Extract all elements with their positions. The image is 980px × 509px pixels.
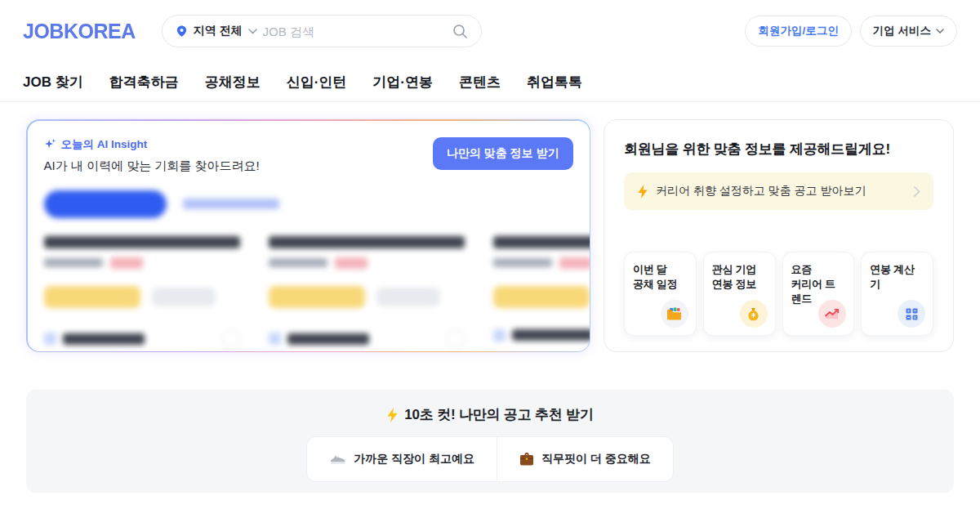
ai-badge-label: 오늘의 AI Insight — [61, 137, 148, 152]
job-card-skeleton[interactable] — [269, 236, 477, 349]
business-service-button[interactable]: 기업 서비스 — [860, 16, 957, 47]
option-label: 가까운 직장이 최고예요 — [354, 452, 474, 467]
search-icon[interactable] — [452, 24, 468, 39]
calculator-icon — [898, 300, 925, 328]
topbar-actions: 회원가입/로그인 기업 서비스 — [745, 16, 957, 47]
location-pin-icon — [176, 25, 188, 38]
ai-tab-inactive-blurred[interactable] — [183, 199, 279, 209]
ai-tab-active-blurred[interactable] — [44, 190, 167, 218]
sneaker-icon — [329, 453, 346, 465]
business-service-label: 기업 서비스 — [873, 24, 931, 38]
lightning-icon — [386, 408, 399, 422]
signup-login-button[interactable]: 회원가입/로그인 — [745, 16, 851, 47]
job-tag-blurred — [110, 257, 143, 269]
recommendation-title-text: 10초 컷! 나만의 공고 추천 받기 — [404, 405, 593, 424]
recommendation-title: 10초 컷! 나만의 공고 추천 받기 — [26, 405, 954, 424]
shortcut-cards: 이번 달공채 일정 관심 기업연봉 정보 요즘커리어 트렌드 연봉 계산기 — [624, 252, 933, 336]
main-nav: JOB 찾기 합격축하금 공채정보 신입·인턴 기업·연봉 콘텐츠 취업톡톡 — [0, 62, 980, 102]
shortcut-career-trends[interactable]: 요즘커리어 트렌드 — [782, 252, 855, 336]
job-title-blurred — [44, 236, 240, 248]
job-company-blurred — [493, 258, 552, 267]
job-logo-blurred — [44, 333, 56, 345]
job-company-blurred — [269, 258, 327, 267]
job-logo-blurred — [269, 333, 281, 345]
chevron-down-icon — [936, 29, 944, 33]
option-job-fit-button[interactable]: 직무핏이 더 중요해요 — [497, 437, 673, 481]
ai-tabs-blurred[interactable] — [44, 190, 573, 218]
search-input[interactable] — [263, 25, 447, 38]
nav-entry-intern[interactable]: 신입·인턴 — [287, 73, 347, 92]
nav-open-recruitment[interactable]: 공채정보 — [205, 73, 261, 92]
job-badge-yellow-blurred — [269, 286, 365, 308]
recommendation-section: 10초 컷! 나만의 공고 추천 받기 가까운 직장이 최고예요 직무핏이 더 … — [26, 390, 954, 493]
nav-job-talk[interactable]: 취업톡톡 — [527, 73, 582, 92]
shortcut-salary-calculator[interactable]: 연봉 계산기 — [861, 252, 933, 336]
shortcut-label: 이번 달 — [633, 263, 666, 275]
nav-congrats-money[interactable]: 합격축하금 — [109, 73, 179, 92]
job-meta-blurred — [63, 333, 145, 345]
option-near-workplace-button[interactable]: 가까운 직장이 최고예요 — [307, 437, 497, 481]
ai-insight-card: 오늘의 AI Insight AI가 내 이력에 맞는 기회를 찾아드려요! 나… — [26, 119, 590, 352]
shortcut-label: 관심 기업 — [712, 263, 756, 275]
job-meta-blurred — [287, 333, 369, 345]
personalized-info-button[interactable]: 나만의 맞춤 정보 받기 — [433, 137, 573, 170]
shortcut-label: 공채 일정 — [633, 278, 677, 290]
folder-icon — [661, 300, 688, 328]
jobkorea-logo[interactable]: JOBKOREA — [23, 19, 136, 43]
briefcase-icon — [519, 453, 534, 466]
job-tag-blurred — [335, 257, 368, 269]
member-card-title: 회원님을 위한 맞춤 정보를 제공해드릴게요! — [624, 140, 933, 159]
chevron-right-icon — [914, 186, 920, 197]
money-bag-icon — [740, 300, 768, 328]
nav-job-search[interactable]: JOB 찾기 — [23, 73, 83, 92]
job-card-skeleton[interactable] — [493, 236, 590, 349]
shortcut-label: 연봉 정보 — [712, 278, 756, 290]
banner-label: 커리어 취향 설정하고 맞춤 공고 받아보기 — [656, 184, 866, 199]
career-preference-banner[interactable]: 커리어 취향 설정하고 맞춤 공고 받아보기 — [624, 172, 933, 210]
nav-company-salary[interactable]: 기업·연봉 — [372, 73, 433, 92]
search-bar[interactable]: 지역 전체 — [162, 15, 482, 47]
shortcut-label: 연봉 계산기 — [870, 263, 914, 290]
job-card-skeleton[interactable] — [44, 236, 252, 349]
shortcut-company-salary-info[interactable]: 관심 기업연봉 정보 — [703, 252, 776, 336]
job-meta-blurred — [512, 329, 590, 341]
job-badge-yellow-blurred — [44, 286, 140, 308]
job-logo-blurred — [493, 329, 506, 342]
chevron-down-icon — [248, 29, 257, 34]
nav-contents[interactable]: 콘텐츠 — [459, 73, 501, 92]
job-tag-blurred — [559, 257, 590, 269]
bookmark-icon[interactable] — [221, 329, 241, 349]
lightning-icon — [637, 185, 648, 199]
job-badge-yellow-blurred — [493, 286, 590, 308]
bookmark-icon[interactable] — [446, 329, 466, 349]
region-selector[interactable]: 지역 전체 — [194, 24, 243, 38]
shortcut-label: 요즘 — [791, 263, 812, 275]
job-title-blurred — [493, 236, 590, 248]
top-bar: JOBKOREA 지역 전체 회원가입/로그인 기업 서비스 — [0, 0, 980, 62]
sparkle-icon — [44, 138, 56, 150]
trend-chart-icon — [818, 300, 846, 328]
ai-job-list-blurred — [44, 236, 573, 349]
main-content: 오늘의 AI Insight AI가 내 이력에 맞는 기회를 찾아드려요! 나… — [0, 119, 980, 352]
job-title-blurred — [269, 236, 465, 248]
job-badge-gray-blurred — [376, 288, 440, 306]
job-badge-gray-blurred — [152, 288, 216, 306]
job-company-blurred — [44, 258, 103, 267]
shortcut-monthly-recruit-schedule[interactable]: 이번 달공채 일정 — [624, 252, 697, 336]
recommendation-options: 가까운 직장이 최고예요 직무핏이 더 중요해요 — [306, 436, 674, 482]
option-label: 직무핏이 더 중요해요 — [541, 452, 651, 467]
member-info-card: 회원님을 위한 맞춤 정보를 제공해드릴게요! 커리어 취향 설정하고 맞춤 공… — [604, 119, 954, 352]
